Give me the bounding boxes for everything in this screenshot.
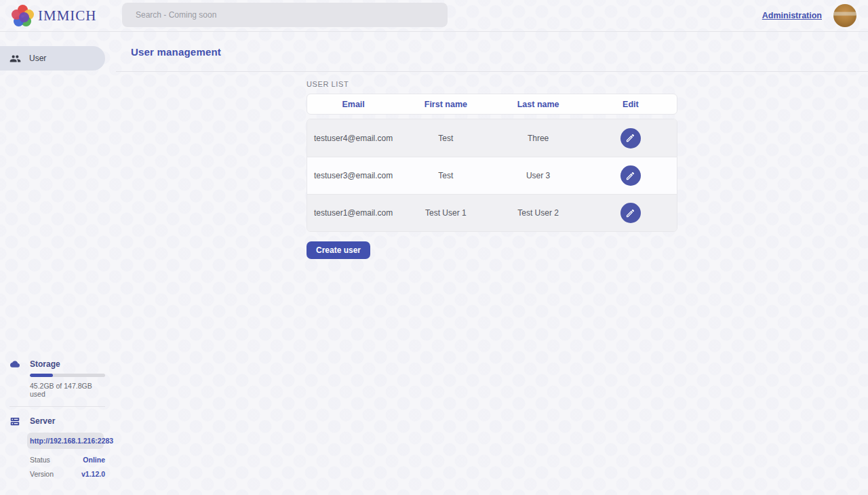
cloud-icon xyxy=(9,359,21,369)
storage-usage-text: 45.2GB of 147.8GB used xyxy=(30,382,105,398)
pencil-icon xyxy=(625,171,635,181)
table-cell: Three xyxy=(492,134,585,143)
column-header: Email xyxy=(307,100,399,109)
server-info-row: Versionv1.12.0 xyxy=(30,470,105,478)
edit-cell xyxy=(585,165,677,186)
sidebar: User Storage 45.2GB of 147.8GB used xyxy=(0,32,105,495)
info-label: Version xyxy=(30,470,54,478)
sidebar-footer: Storage 45.2GB of 147.8GB used Server ht… xyxy=(0,359,105,495)
info-value: v1.12.0 xyxy=(81,470,105,478)
table-cell: Test User 2 xyxy=(492,208,585,218)
page-title: User management xyxy=(131,46,221,58)
search-input[interactable] xyxy=(122,3,448,27)
pencil-icon xyxy=(625,133,635,143)
server-section-title: Server xyxy=(30,416,55,426)
table-header-row: EmailFirst nameLast nameEdit xyxy=(307,94,677,115)
column-header: Edit xyxy=(585,100,677,109)
user-list-section: USER LIST EmailFirst nameLast nameEdit t… xyxy=(307,72,677,259)
server-icon xyxy=(9,416,21,427)
edit-cell xyxy=(585,128,677,148)
create-user-button[interactable]: Create user xyxy=(307,241,370,259)
table-row: testuser3@email.comTestUser 3 xyxy=(307,157,677,194)
storage-progress-fill xyxy=(30,374,53,377)
info-label: Status xyxy=(30,456,50,464)
user-avatar[interactable] xyxy=(833,4,856,27)
pencil-icon xyxy=(625,208,635,218)
table-cell: Test xyxy=(399,134,492,143)
table-cell: testuser1@email.com xyxy=(307,208,399,218)
column-header: Last name xyxy=(492,100,585,109)
sidebar-divider xyxy=(9,406,105,407)
top-navigation-bar: IMMICH Administration xyxy=(0,0,868,32)
brand-name: IMMICH xyxy=(38,7,97,24)
edit-user-button[interactable] xyxy=(620,165,641,186)
info-value: Online xyxy=(83,456,105,464)
table-cell: Test User 1 xyxy=(399,208,492,218)
table-row: testuser1@email.comTest User 1Test User … xyxy=(307,194,677,231)
column-header: First name xyxy=(399,100,492,109)
brand: IMMICH xyxy=(12,5,97,27)
server-info-row: StatusOnline xyxy=(30,456,105,464)
sidebar-item-label: User xyxy=(29,54,46,63)
table-cell: testuser3@email.com xyxy=(307,171,399,180)
edit-cell xyxy=(585,203,677,223)
server-url: http://192.168.1.216:2283 xyxy=(27,433,104,449)
administration-link[interactable]: Administration xyxy=(762,11,822,20)
immich-logo-icon xyxy=(12,5,34,27)
storage-progress-bar xyxy=(30,374,105,377)
edit-user-button[interactable] xyxy=(620,203,641,223)
page-header: User management xyxy=(116,32,868,72)
main-panel: User management USER LIST EmailFirst nam… xyxy=(116,32,868,495)
table-body: testuser4@email.comTestThreetestuser3@em… xyxy=(307,119,677,232)
table-cell: testuser4@email.com xyxy=(307,134,399,143)
edit-user-button[interactable] xyxy=(620,128,641,148)
storage-section-title: Storage xyxy=(30,359,60,369)
table-cell: User 3 xyxy=(492,171,585,180)
server-info-rows: StatusOnlineVersionv1.12.0 xyxy=(30,456,105,478)
sidebar-item-user[interactable]: User xyxy=(0,46,105,71)
table-row: testuser4@email.comTestThree xyxy=(307,119,677,157)
section-label: USER LIST xyxy=(307,80,677,88)
table-cell: Test xyxy=(399,171,492,180)
users-icon xyxy=(9,53,21,64)
